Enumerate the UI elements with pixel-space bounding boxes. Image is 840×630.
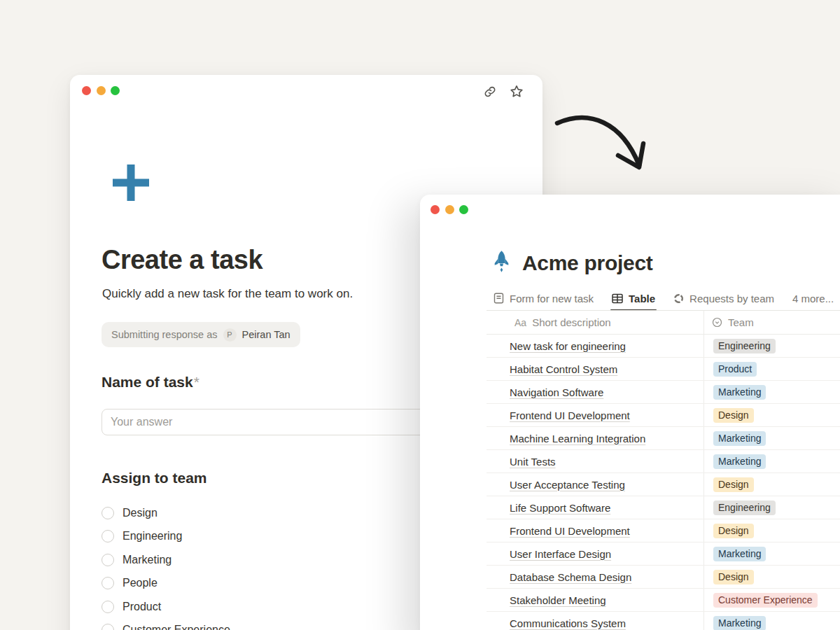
table-row[interactable]: Unit TestsMarketing xyxy=(486,450,840,473)
tab-label: Requests by team xyxy=(690,293,774,304)
table-row[interactable]: Frontend UI DevelopmentDesign xyxy=(486,519,840,542)
team-tag: Engineering xyxy=(713,339,776,354)
rocket-icon xyxy=(492,251,511,275)
close-button[interactable] xyxy=(82,86,91,95)
table-row[interactable]: Communications SystemMarketing xyxy=(486,612,840,630)
radio-icon[interactable] xyxy=(102,554,114,566)
tab-4-more[interactable]: 4 more... xyxy=(792,286,834,310)
team-option-label: Marketing xyxy=(122,554,172,566)
column-header-short-description[interactable]: AaShort description xyxy=(486,311,704,334)
task-title: Stakeholder Meeting xyxy=(510,594,606,606)
table-header-row: AaShort descriptionTeam xyxy=(486,311,840,335)
view-tabs: Form for new taskTableRequests by team4 … xyxy=(493,286,840,310)
team-option-people[interactable]: People xyxy=(102,572,230,596)
required-asterisk: * xyxy=(194,374,200,390)
table-row[interactable]: User Interface DesignMarketing xyxy=(486,542,840,566)
tab-table[interactable]: Table xyxy=(612,286,655,310)
column-header-team[interactable]: Team xyxy=(704,311,840,334)
column-header-label: Short description xyxy=(532,316,611,328)
task-title: Machine Learning Integration xyxy=(510,433,645,444)
radio-icon[interactable] xyxy=(102,577,114,589)
minimize-button[interactable] xyxy=(97,86,106,95)
team-tag: Design xyxy=(713,524,754,538)
table-row[interactable]: Habitat Control SystemProduct xyxy=(486,358,840,381)
table-row[interactable]: Frontend UI DevelopmentDesign xyxy=(486,404,840,427)
team-option-product[interactable]: Product xyxy=(102,595,230,619)
team-option-label: Product xyxy=(122,601,161,613)
copy-link-button[interactable] xyxy=(483,85,497,101)
desktop-background: { "canvas": { "background_color": "#F5F3… xyxy=(0,0,840,630)
zoom-button[interactable] xyxy=(111,86,120,95)
tab-label: 4 more... xyxy=(792,293,834,304)
task-title: Frontend UI Development xyxy=(510,525,630,537)
team-tag: Design xyxy=(713,408,754,423)
team-option-design[interactable]: Design xyxy=(102,501,230,525)
table-window: Acme project Form for new taskTableReque… xyxy=(420,195,840,630)
radio-icon[interactable] xyxy=(102,624,114,630)
form-icon xyxy=(493,293,504,304)
tab-label: Table xyxy=(629,293,655,304)
team-tag: Marketing xyxy=(713,616,766,630)
team-options-group: DesignEngineeringMarketingPeopleProductC… xyxy=(102,501,230,630)
avatar: P xyxy=(223,328,237,342)
team-tag: Customer Experience xyxy=(713,593,818,608)
table-row[interactable]: Stakeholder MeetingCustomer Experience xyxy=(486,589,840,612)
page-title: Acme project xyxy=(522,251,652,275)
radio-icon[interactable] xyxy=(102,530,114,542)
task-title: User Acceptance Testing xyxy=(510,479,625,491)
team-tag: Design xyxy=(713,477,754,492)
team-tag: Engineering xyxy=(713,500,776,515)
task-title: Life Support Software xyxy=(510,502,610,514)
submitting-as-pill: Submitting response as P Peiran Tan xyxy=(102,322,300,347)
task-title: Navigation Software xyxy=(510,386,603,398)
team-tag: Product xyxy=(713,362,757,377)
table-row[interactable]: User Acceptance TestingDesign xyxy=(486,473,840,496)
form-window-titlebar xyxy=(70,75,542,106)
tab-label: Form for new task xyxy=(510,293,594,304)
team-option-label: Engineering xyxy=(122,530,182,542)
team-option-label: Design xyxy=(122,507,158,519)
table-icon xyxy=(612,293,623,304)
team-tag: Marketing xyxy=(713,385,766,400)
task-title: Communications System xyxy=(510,617,626,629)
table-row[interactable]: Machine Learning IntegrationMarketing xyxy=(486,427,840,450)
table-row[interactable]: New task for engineeringEngineering xyxy=(486,335,840,358)
team-option-customer-experience[interactable]: Customer Experience xyxy=(102,619,230,630)
table-row[interactable]: Navigation SoftwareMarketing xyxy=(486,381,840,404)
close-button[interactable] xyxy=(430,205,440,214)
column-header-label: Team xyxy=(728,316,754,328)
tab-requests-by-team[interactable]: Requests by team xyxy=(673,286,774,310)
pill-user-name: Peiran Tan xyxy=(242,329,290,340)
form-title: Create a task xyxy=(102,245,262,275)
table-window-titlebar xyxy=(420,195,840,225)
pill-prefix: Submitting response as xyxy=(111,329,218,340)
task-title: User Interface Design xyxy=(510,548,611,560)
select-property-icon xyxy=(712,317,722,328)
team-option-label: Customer Experience xyxy=(122,624,230,630)
radio-icon[interactable] xyxy=(102,601,114,613)
plus-icon xyxy=(111,162,151,206)
minimize-button[interactable] xyxy=(445,205,454,214)
database-table: AaShort descriptionTeam New task for eng… xyxy=(486,310,840,630)
tab-form-for-new-task[interactable]: Form for new task xyxy=(493,286,594,310)
team-option-marketing[interactable]: Marketing xyxy=(102,548,230,572)
form-subtitle: Quickly add a new task for the team to w… xyxy=(102,287,353,301)
task-title: Frontend UI Development xyxy=(510,410,630,421)
assign-to-team-label: Assign to team xyxy=(102,470,207,486)
team-tag: Marketing xyxy=(713,431,766,446)
table-row[interactable]: Database Schema DesignDesign xyxy=(486,566,840,589)
name-of-task-label: Name of task* xyxy=(102,374,200,391)
curved-arrow xyxy=(546,106,658,183)
team-tag: Marketing xyxy=(713,547,766,561)
link-icon xyxy=(483,85,497,101)
text-property-icon: Aa xyxy=(514,317,526,328)
radio-icon[interactable] xyxy=(102,507,114,519)
zoom-button[interactable] xyxy=(459,205,468,214)
team-option-engineering[interactable]: Engineering xyxy=(102,525,230,549)
requests-icon xyxy=(673,293,684,304)
favorite-button[interactable] xyxy=(509,84,524,102)
star-icon xyxy=(509,84,524,102)
task-title: Unit Tests xyxy=(510,456,556,468)
table-row[interactable]: Life Support SoftwareEngineering xyxy=(486,496,840,519)
team-tag: Marketing xyxy=(713,454,766,469)
